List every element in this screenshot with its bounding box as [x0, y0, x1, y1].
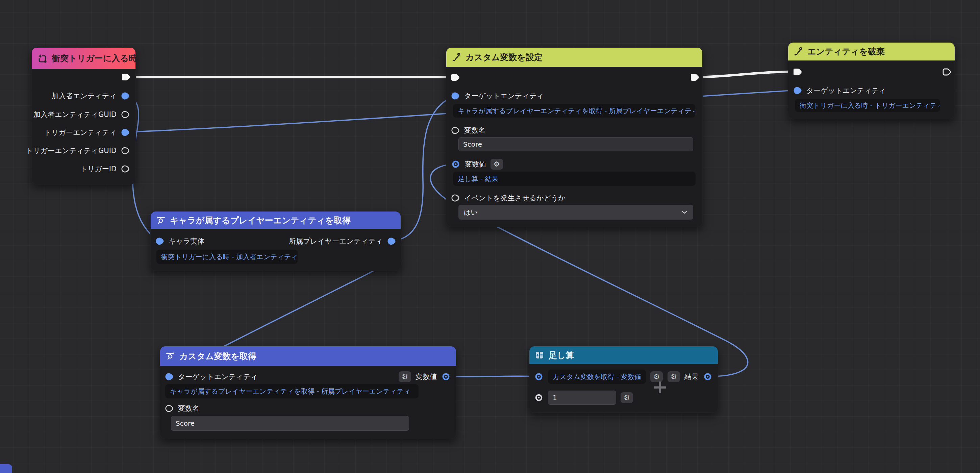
exec-in-port[interactable]: [792, 68, 803, 76]
input-label: イベントを発生させるかどうか: [464, 193, 565, 203]
node-set-custom-variable[interactable]: カスタム変数を設定 ターゲットエンティティ キャラが属するプレイヤーエンティティ…: [446, 47, 703, 227]
node-header[interactable]: カスタム変数を取得: [160, 346, 456, 366]
action-icon: [794, 47, 803, 56]
var-name-port[interactable]: [165, 404, 173, 413]
var-name-field[interactable]: Score: [458, 137, 693, 151]
node-get-custom-variable[interactable]: カスタム変数を取得 ターゲットエンティティ ⚙ 変数値 キャラが属するプレイヤー…: [160, 346, 457, 439]
output-label: トリガーID: [80, 164, 116, 174]
output-label: 加入者エンティティ: [52, 91, 116, 101]
query-icon: [156, 215, 165, 225]
wire-getvar-to-add[interactable]: [447, 376, 538, 377]
target-entity-port[interactable]: [165, 372, 173, 381]
query-icon: [165, 351, 175, 361]
event-trigger-icon: [37, 53, 47, 64]
target-value-pill[interactable]: キャラが属するプレイヤーエンティティを取得 - 所属プレイヤーエンティティ: [165, 384, 418, 398]
input-label: ターゲットエンティティ: [807, 86, 886, 95]
node-collision-trigger[interactable]: 衝突トリガーに入る時 加入者エンティティ 加入者エンティティGUID トリガーエ…: [32, 47, 136, 185]
var-value-port[interactable]: [451, 159, 460, 169]
var-name-field[interactable]: Score: [171, 416, 409, 431]
node-title: キャラが属するプレイヤーエンティティを取得: [170, 215, 351, 226]
node-header[interactable]: カスタム変数を設定: [446, 48, 702, 67]
node-add[interactable]: 足し算 カスタム変数を取得 - 変数値 ⚙ 1 ⚙ + ⚙ 結果: [529, 346, 718, 413]
result-port[interactable]: [703, 372, 713, 381]
joiner-entity-port[interactable]: [121, 92, 130, 100]
target-entity-port[interactable]: [451, 92, 460, 100]
addend2-field[interactable]: 1: [548, 390, 616, 405]
gear-icon[interactable]: ⚙: [668, 371, 680, 382]
exec-out-port[interactable]: [690, 73, 700, 81]
raise-event-port[interactable]: [451, 194, 460, 202]
exec-out-port[interactable]: [942, 68, 952, 76]
target-value-pill[interactable]: キャラが属するプレイヤーエンティティを取得 - 所属プレイヤーエンティティ: [453, 104, 695, 118]
partial-node-header[interactable]: [0, 464, 12, 473]
wire-exec-set-to-destroy[interactable]: [695, 72, 797, 77]
output-label: 所属プレイヤーエンティティ: [289, 237, 383, 246]
exec-in-port[interactable]: [450, 73, 460, 81]
raise-event-dropdown[interactable]: はい: [458, 205, 693, 220]
addend1-value-pill[interactable]: カスタム変数を取得 - 変数値: [548, 369, 646, 384]
output-label: 加入者エンティティGUID: [33, 110, 116, 119]
plus-operator: +: [652, 377, 668, 396]
action-icon: [452, 53, 461, 62]
gear-icon[interactable]: ⚙: [620, 392, 633, 403]
calculator-icon: [535, 350, 544, 360]
input-label: ターゲットエンティティ: [464, 91, 544, 101]
output-label: トリガーエンティティGUID: [26, 146, 116, 155]
exec-out-port[interactable]: [121, 73, 131, 81]
var-value-pill[interactable]: 足し算 - 結果: [453, 172, 695, 186]
addend1-port[interactable]: [534, 372, 544, 381]
input-label: 変数値: [465, 159, 486, 169]
addend2-port[interactable]: [534, 393, 544, 402]
node-header[interactable]: キャラが属するプレイヤーエンティティを取得: [151, 212, 401, 229]
gear-icon[interactable]: ⚙: [399, 371, 411, 382]
node-title: 衝突トリガーに入る時: [52, 53, 135, 64]
trigger-id-port[interactable]: [121, 164, 130, 173]
var-value-out-port[interactable]: [441, 372, 451, 381]
input-label: ターゲットエンティティ: [178, 372, 258, 381]
input-label: キャラ実体: [169, 237, 204, 246]
output-label: 結果: [684, 372, 698, 381]
target-value-pill[interactable]: 衝突トリガーに入る時 - トリガーエンティティ: [795, 99, 940, 112]
node-title: カスタム変数を取得: [180, 351, 256, 362]
node-header[interactable]: 足し算: [529, 346, 718, 364]
node-title: 足し算: [549, 350, 574, 361]
node-title: カスタム変数を設定: [466, 52, 542, 63]
target-entity-port[interactable]: [793, 86, 802, 95]
gear-icon[interactable]: ⚙: [490, 159, 503, 170]
char-entity-port[interactable]: [155, 237, 164, 245]
output-label: トリガーエンティティ: [44, 128, 116, 137]
trigger-guid-port[interactable]: [121, 146, 130, 155]
node-get-owning-player[interactable]: キャラが属するプレイヤーエンティティを取得 キャラ実体 所属プレイヤーエンティテ…: [150, 211, 401, 271]
chevron-down-icon: [681, 210, 688, 214]
node-title: エンティティを破棄: [807, 46, 885, 57]
owning-player-port[interactable]: [387, 237, 396, 245]
joiner-guid-port[interactable]: [121, 110, 130, 119]
wire-owning-to-set-target[interactable]: [392, 96, 455, 241]
input-label: 変数名: [178, 404, 199, 413]
var-name-port[interactable]: [451, 126, 460, 135]
input-label: 変数名: [464, 126, 485, 135]
node-header[interactable]: 衝突トリガーに入る時: [32, 48, 135, 69]
char-value-pill[interactable]: 衝突トリガーに入る時 - 加入者エンティティ: [156, 250, 298, 264]
node-header[interactable]: エンティティを破棄: [788, 43, 955, 61]
output-label: 変数値: [415, 372, 437, 381]
trigger-entity-port[interactable]: [121, 128, 130, 137]
node-destroy-entity[interactable]: エンティティを破棄 ターゲットエンティティ 衝突トリガーに入る時 - トリガーエ…: [788, 42, 955, 119]
